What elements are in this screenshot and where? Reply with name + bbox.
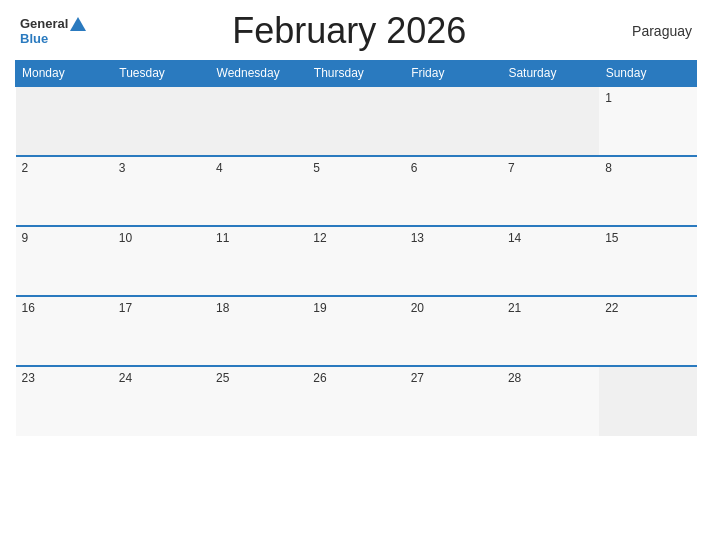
logo: General Blue — [20, 16, 86, 46]
day-number: 16 — [22, 301, 35, 315]
calendar-day-3: 3 — [113, 156, 210, 226]
calendar-day-9: 9 — [16, 226, 113, 296]
day-number: 28 — [508, 371, 521, 385]
day-number: 2 — [22, 161, 29, 175]
calendar-day-17: 17 — [113, 296, 210, 366]
month-title: February 2026 — [86, 10, 612, 52]
calendar-day-empty — [405, 86, 502, 156]
weekday-header-row: MondayTuesdayWednesdayThursdayFridaySatu… — [16, 61, 697, 87]
calendar-week-4: 16171819202122 — [16, 296, 697, 366]
day-number: 3 — [119, 161, 126, 175]
calendar-day-empty — [599, 366, 696, 436]
calendar-day-22: 22 — [599, 296, 696, 366]
weekday-wednesday: Wednesday — [210, 61, 307, 87]
calendar-day-6: 6 — [405, 156, 502, 226]
day-number: 4 — [216, 161, 223, 175]
calendar-week-1: 1 — [16, 86, 697, 156]
day-number: 14 — [508, 231, 521, 245]
calendar-day-empty — [307, 86, 404, 156]
weekday-friday: Friday — [405, 61, 502, 87]
calendar-day-empty — [16, 86, 113, 156]
calendar-day-27: 27 — [405, 366, 502, 436]
calendar-day-12: 12 — [307, 226, 404, 296]
calendar-day-5: 5 — [307, 156, 404, 226]
calendar-day-8: 8 — [599, 156, 696, 226]
calendar-week-5: 232425262728 — [16, 366, 697, 436]
day-number: 20 — [411, 301, 424, 315]
logo-triangle-icon — [70, 17, 86, 31]
day-number: 19 — [313, 301, 326, 315]
country-label: Paraguay — [612, 23, 692, 39]
calendar-grid: MondayTuesdayWednesdayThursdayFridaySatu… — [15, 60, 697, 436]
calendar-day-28: 28 — [502, 366, 599, 436]
calendar-container: General Blue February 2026 Paraguay Mond… — [0, 0, 712, 550]
day-number: 22 — [605, 301, 618, 315]
calendar-day-10: 10 — [113, 226, 210, 296]
logo-blue: Blue — [20, 31, 48, 46]
calendar-day-20: 20 — [405, 296, 502, 366]
calendar-day-13: 13 — [405, 226, 502, 296]
day-number: 11 — [216, 231, 229, 245]
calendar-day-16: 16 — [16, 296, 113, 366]
calendar-day-1: 1 — [599, 86, 696, 156]
calendar-week-2: 2345678 — [16, 156, 697, 226]
day-number: 9 — [22, 231, 29, 245]
calendar-day-23: 23 — [16, 366, 113, 436]
day-number: 12 — [313, 231, 326, 245]
calendar-day-7: 7 — [502, 156, 599, 226]
calendar-week-3: 9101112131415 — [16, 226, 697, 296]
calendar-day-21: 21 — [502, 296, 599, 366]
day-number: 21 — [508, 301, 521, 315]
day-number: 8 — [605, 161, 612, 175]
day-number: 27 — [411, 371, 424, 385]
day-number: 6 — [411, 161, 418, 175]
weekday-sunday: Sunday — [599, 61, 696, 87]
day-number: 18 — [216, 301, 229, 315]
calendar-day-4: 4 — [210, 156, 307, 226]
calendar-header: General Blue February 2026 Paraguay — [15, 10, 697, 52]
day-number: 10 — [119, 231, 132, 245]
calendar-day-19: 19 — [307, 296, 404, 366]
day-number: 1 — [605, 91, 612, 105]
weekday-saturday: Saturday — [502, 61, 599, 87]
calendar-day-empty — [113, 86, 210, 156]
calendar-day-empty — [210, 86, 307, 156]
calendar-day-26: 26 — [307, 366, 404, 436]
day-number: 17 — [119, 301, 132, 315]
weekday-tuesday: Tuesday — [113, 61, 210, 87]
day-number: 23 — [22, 371, 35, 385]
day-number: 25 — [216, 371, 229, 385]
day-number: 7 — [508, 161, 515, 175]
day-number: 26 — [313, 371, 326, 385]
day-number: 24 — [119, 371, 132, 385]
calendar-day-25: 25 — [210, 366, 307, 436]
calendar-day-11: 11 — [210, 226, 307, 296]
calendar-day-2: 2 — [16, 156, 113, 226]
calendar-day-14: 14 — [502, 226, 599, 296]
calendar-day-24: 24 — [113, 366, 210, 436]
day-number: 15 — [605, 231, 618, 245]
calendar-day-15: 15 — [599, 226, 696, 296]
day-number: 5 — [313, 161, 320, 175]
weekday-thursday: Thursday — [307, 61, 404, 87]
day-number: 13 — [411, 231, 424, 245]
calendar-day-18: 18 — [210, 296, 307, 366]
calendar-day-empty — [502, 86, 599, 156]
logo-general: General — [20, 16, 68, 31]
weekday-monday: Monday — [16, 61, 113, 87]
